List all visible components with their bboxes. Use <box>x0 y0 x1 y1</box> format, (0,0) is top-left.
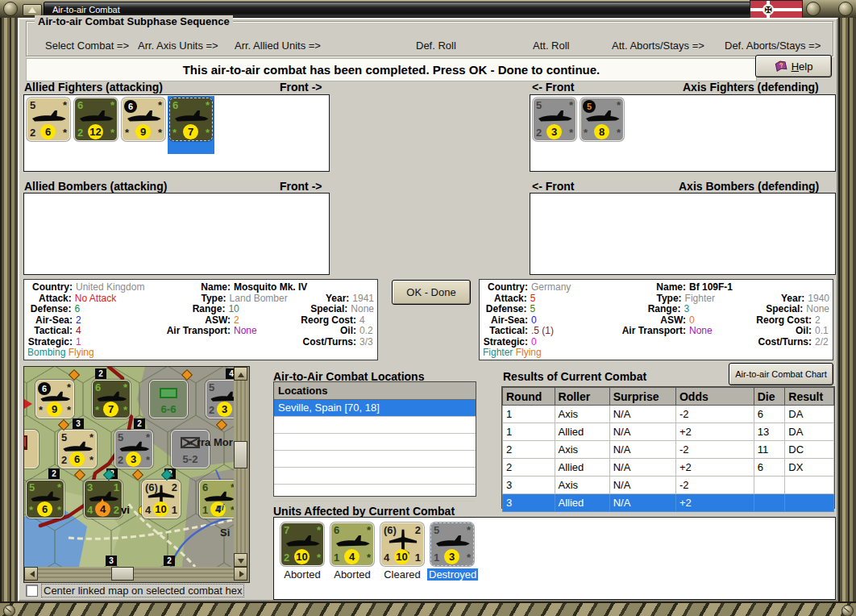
detail-field-label: Defense: <box>27 304 72 315</box>
affected-unit[interactable]: 7*210*Aborted <box>277 522 327 581</box>
unit-counter[interactable]: (6)24101 <box>142 480 181 518</box>
counter-value-disc: 4 <box>344 549 359 564</box>
detail-field-value: United Kingdom <box>73 282 156 293</box>
affected-unit[interactable]: 5*13*Destroyed <box>427 522 477 581</box>
detail-field-value: None <box>347 304 374 315</box>
subphase-step: Arr. Allied Units => <box>235 40 321 52</box>
results-row[interactable]: 3AxisN/A-2 <box>503 477 834 494</box>
detail-field-value: No Attack <box>72 293 154 305</box>
results-column-header: Round <box>503 388 555 406</box>
map-scroll-up-button[interactable] <box>234 367 247 381</box>
unit-counter[interactable]: 6*212* <box>74 98 118 141</box>
counter-bottom-left: 1 <box>434 551 439 564</box>
unit-counter[interactable]: 6**9* <box>122 98 165 141</box>
results-cell: +2 <box>675 459 754 477</box>
unit-counter[interactable]: 5**8* <box>580 98 624 141</box>
unit-counter[interactable]: 5*26* <box>27 98 70 141</box>
results-row[interactable]: 2AxisN/A-211DC <box>503 441 834 459</box>
results-row[interactable]: 1AlliedN/A+213DA <box>503 423 834 441</box>
location-row-empty[interactable] <box>274 485 476 502</box>
detail-field-value: 2 <box>73 315 156 327</box>
detail-field-value: 5 <box>527 304 609 315</box>
counter-value-disc: 6 <box>40 124 56 139</box>
unit-counter[interactable]: 6*14* <box>199 480 234 518</box>
map-scroll-left-button[interactable] <box>24 567 38 581</box>
unit-counter[interactable]: -3 <box>24 430 39 468</box>
location-row[interactable]: Seville, Spain [70, 18] <box>274 400 476 417</box>
center-map-checkbox[interactable] <box>26 585 38 597</box>
counter-bottom-left: 2 <box>118 454 123 466</box>
affected-unit[interactable]: 6*14*Aborted <box>327 522 377 581</box>
subphase-step: Select Combat => <box>45 40 129 52</box>
hex-control-badge: 2 <box>134 418 145 429</box>
status-tag: Fighter <box>483 347 513 358</box>
combat-chart-button[interactable]: Air-to-air Combat Chart <box>729 363 833 385</box>
status-message: This air-to-air combat has been complete… <box>26 58 757 81</box>
location-row-empty[interactable] <box>274 417 476 434</box>
help-button[interactable]: ? Help <box>755 55 832 77</box>
counter-value-disc: 3 <box>126 452 141 467</box>
unit-counter[interactable]: 6-6 <box>149 380 188 418</box>
subphase-step: Arr. Axis Units => <box>138 40 218 52</box>
results-cell: 3 <box>503 477 555 494</box>
affected-unit[interactable]: (6)24101Cleared <box>377 522 427 581</box>
app-window: Air-to-air Combat ✠ Air-to-air Combat Su… <box>0 0 856 616</box>
detail-field-value: 0.1 <box>812 326 829 337</box>
results-cell: 6 <box>754 459 785 477</box>
results-cell: N/A <box>609 441 675 459</box>
unit-counter[interactable]: (6)24101 <box>380 522 424 566</box>
results-cell: Allied <box>555 423 609 441</box>
unit-counter[interactable]: 6**7* <box>169 98 213 141</box>
unit-counter[interactable]: 6**9* <box>35 380 74 418</box>
map-scroll-down-button[interactable] <box>234 553 247 567</box>
location-row-empty[interactable] <box>274 434 476 451</box>
detail-field-label: Country: <box>483 282 528 293</box>
detail-field-value: 0 <box>528 315 612 327</box>
detail-field-value: 1940 <box>804 293 829 305</box>
detail-field-label: Reorg Cost: <box>755 315 812 327</box>
map-horizontal-scrollbar[interactable] <box>24 567 247 581</box>
unit-counter[interactable]: 31442 <box>84 480 123 518</box>
map-view[interactable]: 6**9*6**7*6-65*23*-35*26*5*23*M5-25**6*3… <box>24 367 234 567</box>
center-map-checkbox-row: Center linked map on selected combat hex <box>26 585 243 597</box>
location-row-empty[interactable] <box>274 451 476 468</box>
center-map-checkbox-label: Center linked map on selected combat hex <box>42 585 243 597</box>
subphase-sequence-title: Air-to-air Combat Subphase Sequence <box>35 15 233 27</box>
unit-counter[interactable]: 5*23* <box>114 430 153 468</box>
results-row[interactable]: 1AxisN/A-26DA <box>503 406 834 423</box>
counter-bottom-right: 1 <box>415 551 421 564</box>
results-column-header: Surprise <box>609 388 675 406</box>
allied-fighters-box: 5*26*6*212*6**9*6**7* <box>23 94 330 172</box>
detail-field-value: Bf 109F-1 <box>686 282 755 293</box>
counter-value-disc: 7 <box>103 402 118 417</box>
unit-counter[interactable]: 5**6* <box>26 480 64 518</box>
unit-counter[interactable]: 5*23* <box>206 380 234 418</box>
map-vertical-scrollbar[interactable] <box>234 367 247 567</box>
axis-fighters-label: Axis Fighters (defending) <box>683 81 819 94</box>
unit-counter[interactable]: 5*23* <box>533 98 576 141</box>
unit-counter[interactable]: 7*210* <box>280 522 324 566</box>
results-cell: +2 <box>675 494 754 512</box>
svg-text:M: M <box>187 439 193 447</box>
unit-counter[interactable]: 5*26* <box>58 430 97 468</box>
location-row-empty[interactable] <box>274 468 476 485</box>
unit-counter[interactable]: 6*14* <box>330 522 374 566</box>
detail-field-value: 4 <box>356 315 374 327</box>
ok-done-button[interactable]: OK - Done <box>392 280 471 305</box>
map-vscroll-thumb[interactable] <box>234 441 247 468</box>
titlebar-menu-button[interactable] <box>23 4 42 16</box>
unit-counter[interactable]: 6**7* <box>92 380 131 418</box>
map-scroll-right-button[interactable] <box>234 567 247 581</box>
results-row[interactable]: 2AlliedN/A+26DX <box>503 459 834 477</box>
results-cell: DX <box>785 459 834 477</box>
counter-bottom-left: * <box>584 127 588 139</box>
combat-dialog: Air-to-air Combat Subphase Sequence Sele… <box>18 18 838 601</box>
results-table: RoundRollerSurpriseOddsDieResult 1AxisN/… <box>502 387 834 512</box>
map-hscroll-thumb[interactable] <box>111 567 134 581</box>
unit-counter[interactable]: 5*13* <box>430 522 474 566</box>
results-row[interactable]: 3AlliedN/A+2 <box>503 494 834 512</box>
counter-value-disc: 12 <box>88 124 103 139</box>
counter-bottom-left: 2 <box>61 454 67 466</box>
results-cell: N/A <box>609 459 675 477</box>
counter-value-disc: 10 <box>153 502 168 517</box>
